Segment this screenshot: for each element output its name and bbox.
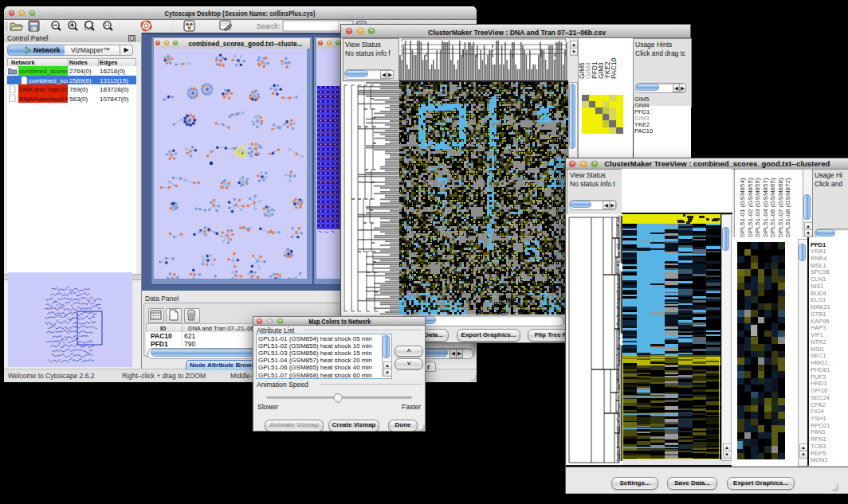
svg-text:Search:: Search: <box>257 22 280 30</box>
svg-text:GPL51-08 (GSM872): GPL51-08 (GSM872) <box>784 178 791 238</box>
svg-text:GPL51-03 (GSM856): GPL51-03 (GSM856) <box>754 178 761 238</box>
svg-text:GPL51-04 (GSM857): GPL51-04 (GSM857) <box>762 178 769 238</box>
svg-text:1:1: 1:1 <box>104 23 110 27</box>
svg-text:PAC10: PAC10 <box>610 57 618 79</box>
svg-text:GPL51-06 (GSM865): GPL51-06 (GSM865) <box>769 178 776 238</box>
svg-text:GPL51-07 (GSM868): GPL51-07 (GSM868) <box>777 178 784 238</box>
svg-text:GPL51-01 (GSM854): GPL51-01 (GSM854) <box>739 178 746 238</box>
svg-text:GPL51-02 (GSM855): GPL51-02 (GSM855) <box>747 178 754 238</box>
